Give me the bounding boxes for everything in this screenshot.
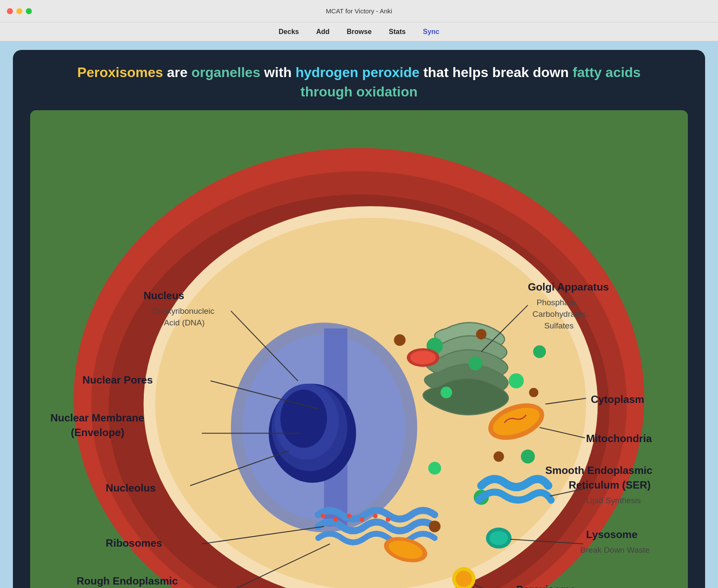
menu-sync[interactable]: Sync bbox=[423, 28, 439, 36]
menu-stats[interactable]: Stats bbox=[389, 28, 405, 36]
svg-text:Peroxisome: Peroxisome bbox=[516, 584, 576, 588]
svg-text:Reticulum (SER): Reticulum (SER) bbox=[569, 479, 651, 491]
svg-text:Carbohydrates,: Carbohydrates, bbox=[532, 309, 588, 319]
close-button[interactable] bbox=[7, 8, 13, 14]
svg-text:Lipid Synthesis: Lipid Synthesis bbox=[586, 495, 641, 504]
word-hydrogen-peroxide: hydrogen peroxide bbox=[295, 65, 419, 80]
svg-text:Smooth Endoplasmic: Smooth Endoplasmic bbox=[545, 464, 653, 476]
flashcard-text: Peroxisomes are organelles with hydrogen… bbox=[30, 63, 688, 102]
svg-point-21 bbox=[521, 449, 535, 463]
svg-text:(Envelope): (Envelope) bbox=[71, 427, 124, 438]
word-peroxisomes: Peroxisomes bbox=[77, 65, 163, 80]
svg-point-11 bbox=[280, 390, 327, 448]
svg-point-37 bbox=[347, 514, 352, 518]
cell-svg: Nucleus Deoxyribonucleic Acid (DNA) Nucl… bbox=[39, 119, 679, 588]
word-with: with bbox=[264, 65, 296, 80]
svg-text:Acid (DNA): Acid (DNA) bbox=[164, 318, 205, 327]
svg-point-27 bbox=[493, 451, 504, 461]
svg-point-40 bbox=[386, 517, 390, 522]
svg-text:Sulfates: Sulfates bbox=[544, 321, 573, 330]
svg-point-38 bbox=[359, 517, 364, 522]
svg-text:Mitochondria: Mitochondria bbox=[586, 432, 652, 444]
svg-text:Rough Endoplasmic: Rough Endoplasmic bbox=[77, 575, 178, 587]
menubar: Decks Add Browse Stats Sync bbox=[0, 22, 718, 41]
svg-text:Nucleus: Nucleus bbox=[143, 290, 184, 301]
svg-point-32 bbox=[489, 531, 508, 545]
svg-point-30 bbox=[410, 350, 436, 364]
svg-point-34 bbox=[456, 570, 472, 587]
svg-text:Ribosomes: Ribosomes bbox=[106, 537, 162, 549]
word-fatty-acids: fatty acids bbox=[573, 65, 641, 80]
word-through-oxidation: through oxidation bbox=[300, 84, 418, 99]
word-are: are bbox=[167, 65, 192, 80]
word-that-helps: that helps break down bbox=[423, 65, 573, 80]
svg-text:Deoxyribonucleic: Deoxyribonucleic bbox=[152, 306, 214, 316]
svg-point-35 bbox=[321, 514, 325, 518]
svg-point-26 bbox=[529, 388, 538, 397]
main-content: Peroxisomes are organelles with hydrogen… bbox=[0, 41, 718, 588]
word-organelles: organelles bbox=[192, 65, 260, 80]
svg-point-22 bbox=[428, 461, 441, 474]
svg-point-28 bbox=[429, 520, 440, 532]
svg-text:Break Down Waste: Break Down Waste bbox=[580, 545, 650, 554]
maximize-button[interactable] bbox=[26, 8, 32, 14]
minimize-button[interactable] bbox=[16, 8, 22, 14]
menu-browse[interactable]: Browse bbox=[347, 28, 372, 36]
svg-point-25 bbox=[476, 329, 486, 339]
svg-point-24 bbox=[394, 334, 405, 346]
svg-text:Nuclear Pores: Nuclear Pores bbox=[82, 374, 153, 386]
svg-point-20 bbox=[440, 387, 452, 398]
menu-decks[interactable]: Decks bbox=[279, 28, 299, 36]
svg-text:Lysosome: Lysosome bbox=[586, 529, 638, 540]
svg-text:Nuclear Membrane: Nuclear Membrane bbox=[50, 412, 144, 424]
traffic-lights bbox=[7, 8, 32, 14]
window-title: MCAT for Victory - Anki bbox=[326, 7, 392, 15]
cell-diagram: Nucleus Deoxyribonucleic Acid (DNA) Nucl… bbox=[30, 110, 688, 588]
svg-point-17 bbox=[468, 356, 482, 370]
svg-text:Golgi Apparatus: Golgi Apparatus bbox=[528, 281, 609, 293]
menu-add[interactable]: Add bbox=[316, 28, 329, 36]
svg-text:Phosphate,: Phosphate, bbox=[537, 297, 578, 306]
titlebar: MCAT for Victory - Anki bbox=[0, 0, 718, 22]
svg-point-39 bbox=[373, 514, 378, 518]
svg-text:Cytoplasm: Cytoplasm bbox=[591, 393, 644, 405]
svg-point-18 bbox=[509, 373, 524, 388]
svg-point-36 bbox=[333, 517, 338, 522]
svg-point-19 bbox=[533, 345, 546, 358]
flashcard: Peroxisomes are organelles with hydrogen… bbox=[13, 50, 705, 588]
svg-text:Nucleolus: Nucleolus bbox=[106, 482, 156, 493]
